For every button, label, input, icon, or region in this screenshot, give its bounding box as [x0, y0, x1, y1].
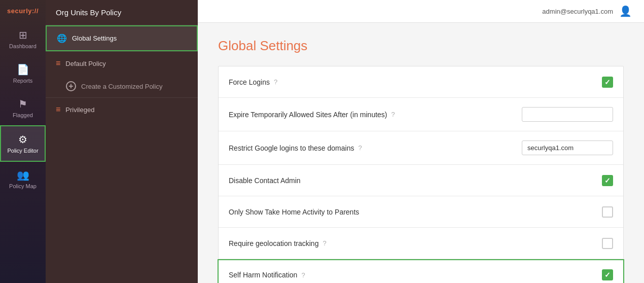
restrict-google-input[interactable]: [522, 140, 613, 155]
checkbox-force-logins[interactable]: ✓: [602, 77, 613, 88]
setting-control: ✓: [542, 175, 613, 186]
policy-item-global-settings[interactable]: 🌐 Global Settings: [46, 25, 198, 51]
setting-row-disable-contact: Disable Contact Admin ✓: [219, 165, 623, 196]
add-circle-icon: +: [66, 81, 76, 91]
policy-item-label: Default Policy: [65, 60, 105, 67]
lines-icon: ≡: [56, 59, 60, 68]
gear-icon: ⚙: [18, 133, 27, 146]
people-icon: 👥: [17, 169, 29, 181]
sidebar-item-label: Dashboard: [9, 43, 37, 49]
lines2-icon: ≡: [56, 105, 60, 114]
globe-icon: 🌐: [57, 33, 67, 43]
sidebar-item-label: Flagged: [13, 112, 33, 118]
user-email: admin@securlyqa1.com: [542, 8, 613, 15]
sidebar-item-label: Reports: [13, 78, 33, 84]
policy-item-create-policy[interactable]: + Create a Customized Policy: [46, 75, 198, 97]
setting-label: Restrict Google logins to these domains …: [229, 144, 522, 152]
setting-row-expire-sites: Expire Temporarily Allowed Sites After (…: [219, 98, 623, 131]
setting-label: Expire Temporarily Allowed Sites After (…: [229, 111, 522, 119]
app-logo: securly://: [0, 0, 46, 22]
setting-label: Force Logins ?: [229, 78, 542, 86]
policy-item-default-policy[interactable]: ≡ Default Policy: [46, 52, 198, 75]
checkbox-disable-contact[interactable]: ✓: [602, 175, 613, 186]
content-area: Global Settings Force Logins ? ✓ Expire …: [198, 23, 644, 283]
main-content: admin@securlyqa1.com 👤 Global Settings F…: [198, 0, 644, 283]
setting-control: [542, 206, 613, 218]
setting-control: [542, 238, 613, 249]
dashboard-icon: ⊞: [19, 29, 27, 41]
setting-text: Require geolocation tracking: [229, 239, 318, 247]
sidebar-item-flagged[interactable]: ⚑ Flagged: [0, 91, 46, 125]
setting-text: Restrict Google logins to these domains: [229, 144, 354, 152]
setting-control: [522, 107, 613, 122]
sidebar-item-reports[interactable]: 📄 Reports: [0, 56, 46, 91]
policy-panel: Org Units By Policy 🌐 Global Settings ≡ …: [46, 0, 198, 283]
sidebar: securly:// ⊞ Dashboard 📄 Reports ⚑ Flagg…: [0, 0, 46, 283]
setting-text: Self Harm Notification: [229, 271, 297, 279]
checkbox-geolocation[interactable]: [602, 238, 613, 249]
setting-label: Self Harm Notification ?: [229, 271, 542, 279]
setting-control: ✓: [542, 269, 613, 280]
expire-sites-input[interactable]: [522, 107, 613, 122]
setting-row-restrict-google: Restrict Google logins to these domains …: [219, 131, 623, 165]
setting-label: Only Show Take Home Activity to Parents: [229, 208, 542, 216]
setting-text: Disable Contact Admin: [229, 176, 301, 185]
checkbox-take-home[interactable]: [602, 206, 613, 218]
sidebar-item-label: Policy Editor: [7, 148, 38, 154]
setting-row-take-home: Only Show Take Home Activity to Parents: [219, 196, 623, 228]
policy-item-label: Privileged: [65, 106, 94, 114]
setting-text: Force Logins: [229, 78, 270, 86]
help-icon[interactable]: ?: [301, 271, 305, 279]
help-icon[interactable]: ?: [323, 239, 326, 247]
sidebar-item-label: Policy Map: [9, 183, 37, 189]
setting-label: Require geolocation tracking ?: [229, 239, 542, 247]
setting-control: [522, 140, 613, 155]
policy-item-label: Create a Customized Policy: [81, 83, 162, 90]
help-icon[interactable]: ?: [274, 78, 277, 86]
sidebar-item-policy-map[interactable]: 👥 Policy Map: [0, 162, 46, 196]
help-icon[interactable]: ?: [358, 144, 362, 152]
policy-item-label: Global Settings: [72, 34, 117, 42]
setting-row-geolocation: Require geolocation tracking ?: [219, 228, 623, 259]
flag-icon: ⚑: [18, 98, 27, 110]
setting-control: ✓: [542, 77, 613, 88]
setting-row-self-harm: Self Harm Notification ? ✓: [218, 259, 624, 283]
policy-panel-header: Org Units By Policy: [46, 0, 198, 25]
checkbox-self-harm[interactable]: ✓: [602, 269, 613, 280]
page-title: Global Settings: [218, 38, 624, 54]
help-icon[interactable]: ?: [391, 111, 395, 118]
sidebar-item-dashboard[interactable]: ⊞ Dashboard: [0, 22, 46, 56]
setting-row-force-logins: Force Logins ? ✓: [219, 66, 623, 98]
sidebar-item-policy-editor[interactable]: ⚙ Policy Editor: [0, 125, 46, 162]
topbar: admin@securlyqa1.com 👤: [198, 0, 644, 23]
setting-label: Disable Contact Admin: [229, 176, 542, 185]
setting-text: Only Show Take Home Activity to Parents: [229, 208, 359, 216]
user-avatar-icon[interactable]: 👤: [619, 5, 632, 17]
setting-text: Expire Temporarily Allowed Sites After (…: [229, 111, 387, 119]
reports-icon: 📄: [17, 63, 29, 76]
settings-container: Force Logins ? ✓ Expire Temporarily Allo…: [218, 66, 624, 283]
policy-item-privileged[interactable]: ≡ Privileged: [46, 98, 198, 121]
